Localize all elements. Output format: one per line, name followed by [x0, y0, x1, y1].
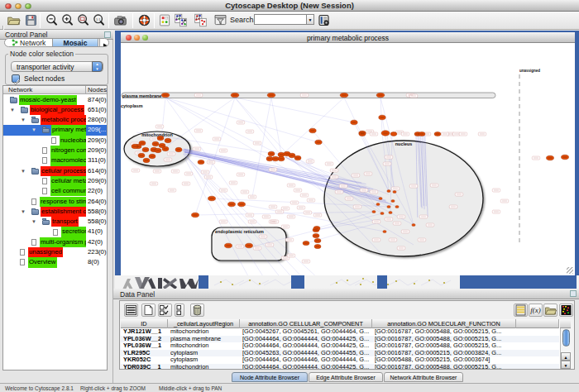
svg-text:f(x): f(x)	[530, 306, 541, 314]
svg-text:unassigned: unassigned	[519, 69, 540, 73]
svg-text:plasma membrane: plasma membrane	[122, 93, 161, 98]
svg-text:1:1: 1:1	[96, 18, 100, 22]
svg-text:endoplasmic reticulum: endoplasmic reticulum	[215, 229, 264, 234]
svg-text:cytoplasm: cytoplasm	[121, 103, 143, 108]
svg-text:nucleus: nucleus	[395, 141, 412, 146]
svg-text:mitochondrion: mitochondrion	[141, 132, 173, 137]
